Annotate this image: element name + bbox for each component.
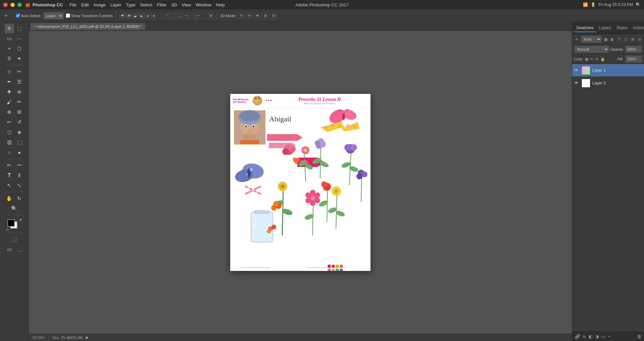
layer-kind-select[interactable]: Kind <box>581 36 602 43</box>
pen-tool-btn[interactable]: ✏ <box>5 161 14 170</box>
maximize-button[interactable] <box>17 3 22 7</box>
align-left-icon[interactable]: ⬕ <box>138 13 144 19</box>
opacity-input[interactable] <box>625 46 642 53</box>
shape-filter-icon[interactable]: ⬡ <box>623 37 629 42</box>
tab-close-icon[interactable]: × <box>34 24 36 28</box>
zoom-tool-btn[interactable]: 🔍 <box>10 204 19 213</box>
3d-scale-icon[interactable]: ⊟ <box>270 13 277 19</box>
fill-input[interactable] <box>625 55 642 63</box>
rotate-view-btn[interactable]: ↻ <box>15 194 24 203</box>
history-brush-btn[interactable]: ↩ <box>5 117 14 127</box>
extra-tools-btn[interactable]: … <box>15 245 24 254</box>
dist-top-icon[interactable]: ⊤ <box>163 13 169 19</box>
tab-actions[interactable]: Actions <box>630 24 644 32</box>
slice-tool-btn[interactable]: ✂ <box>15 67 24 76</box>
minimize-button[interactable] <box>10 3 15 7</box>
path-select-btn[interactable]: ↖ <box>5 181 14 190</box>
menu-window[interactable]: Window <box>196 2 211 7</box>
poly-lasso-btn[interactable]: ⬡ <box>15 44 24 53</box>
menu-view[interactable]: View <box>182 2 191 7</box>
document-tab[interactable]: × robinsampson_P31_L11_art01.pdf @ 33.3%… <box>30 23 145 30</box>
align-top-icon[interactable]: ⬒ <box>119 13 125 19</box>
gradient-tool-btn[interactable]: ▥ <box>5 137 14 147</box>
color-sample-btn[interactable]: ☰ <box>15 77 24 87</box>
pencil-tool-btn[interactable]: ✏ <box>15 97 24 107</box>
show-transform-checkbox[interactable] <box>66 13 70 18</box>
lock-all-icon[interactable]: 🔒 <box>600 57 605 61</box>
eyedropper-btn[interactable]: ✒ <box>5 77 14 87</box>
layer-item-0[interactable]: 👁 Layer 0 <box>572 77 644 90</box>
layer-item-1[interactable]: 👁 Layer 1 <box>572 64 644 77</box>
adjustment-layer-btn[interactable]: ◑ <box>595 334 599 339</box>
3d-roll-icon[interactable]: ⟳ <box>246 13 252 19</box>
dist-hc-icon[interactable]: ⋮ <box>189 13 195 19</box>
dist-bot-icon[interactable]: ⊥ <box>176 13 182 19</box>
3d-slide-icon[interactable]: ⊞ <box>262 13 268 19</box>
artboard-tool-btn[interactable]: ⬚ <box>15 24 24 33</box>
lasso-tool-btn[interactable]: ⌖ <box>5 44 14 53</box>
pixel-filter-icon[interactable]: ▦ <box>603 37 608 42</box>
pattern-stamp-btn[interactable]: ⊞ <box>15 107 24 117</box>
link-layers-btn[interactable]: 🔗 <box>575 334 580 339</box>
layer-0-visibility-icon[interactable]: 👁 <box>574 80 580 86</box>
menu-bar[interactable]: File Edit Image Layer Type Select Filter… <box>69 2 225 7</box>
layer-fx-btn[interactable]: fx <box>583 335 586 339</box>
move-tool-icon[interactable]: ✛ <box>3 12 9 19</box>
default-colors-icon[interactable]: ⊡ <box>6 228 9 231</box>
type-filter-icon[interactable]: T <box>616 37 622 41</box>
menu-file[interactable]: File <box>69 2 77 7</box>
dist-left-icon[interactable]: ⊣ <box>183 13 189 19</box>
delete-layer-btn[interactable]: 🗑 <box>637 334 641 339</box>
tab-swatches[interactable]: Swatches <box>574 24 596 32</box>
heal-brush-btn[interactable]: ✚ <box>5 87 14 97</box>
menu-image[interactable]: Image <box>94 2 106 7</box>
bg-eraser-btn[interactable]: ◈ <box>15 127 24 137</box>
tab-layers[interactable]: Layers <box>596 24 614 32</box>
dist-right-icon[interactable]: ⊢ <box>195 13 201 19</box>
direct-select-btn[interactable]: ⤡ <box>15 181 24 190</box>
lock-position-icon[interactable]: ✏ <box>590 57 593 61</box>
move-tool-btn[interactable]: ✛ <box>5 24 14 33</box>
menu-3d[interactable]: 3D <box>171 2 177 7</box>
magic-wand-btn[interactable]: ✦ <box>15 54 24 63</box>
align-right-icon[interactable]: ⬖ <box>151 13 157 19</box>
dodge-tool-btn[interactable]: ○ <box>5 148 14 157</box>
more-arrange-icon[interactable]: ⊞ <box>208 13 214 19</box>
lock-pixels-icon[interactable]: ▦ <box>585 57 588 61</box>
eraser-btn[interactable]: ◻ <box>5 127 14 137</box>
screen-mode-btn[interactable]: ▭ <box>5 245 14 254</box>
vertical-type-btn[interactable]: Ⅱ <box>15 171 24 180</box>
menu-layer[interactable]: Layer <box>110 2 121 7</box>
menu-select[interactable]: Select <box>140 2 152 7</box>
status-arrow[interactable]: ▶ <box>86 335 89 340</box>
new-layer-btn[interactable]: + <box>608 334 611 339</box>
auto-select-checkbox[interactable] <box>16 13 20 18</box>
foreground-color-well[interactable] <box>7 219 15 227</box>
align-bottom-icon[interactable]: ⬓ <box>132 13 138 19</box>
adjustment-filter-icon[interactable]: ◐ <box>610 37 615 42</box>
art-history-btn[interactable]: ↺ <box>15 117 24 127</box>
close-button[interactable] <box>3 3 8 7</box>
smart-filter-icon[interactable]: ⊞ <box>630 37 635 42</box>
freeform-pen-btn[interactable]: 〜 <box>15 161 24 170</box>
blend-mode-select[interactable]: Normal <box>574 46 609 53</box>
align-hcenter-icon[interactable]: ⬙ <box>145 13 151 19</box>
search-icon[interactable]: 🔍 <box>636 2 641 7</box>
3d-pan-icon[interactable]: ✥ <box>254 13 260 19</box>
quick-select-btn[interactable]: ⚲ <box>5 54 14 63</box>
patch-tool-btn[interactable]: ⊕ <box>15 87 24 97</box>
menu-filter[interactable]: Filter <box>157 2 167 7</box>
burn-tool-btn[interactable]: ● <box>15 148 24 157</box>
type-tool-btn[interactable]: T <box>5 171 14 180</box>
layer-1-visibility-icon[interactable]: 👁 <box>574 68 580 73</box>
swap-colors-icon[interactable]: ⇄ <box>19 218 22 221</box>
canvas-viewport[interactable]: PomPlanner DIY Stickers ♥ ♥ <box>29 31 572 334</box>
filter-toggle[interactable]: ⊙ <box>637 37 642 42</box>
brush-tool-btn[interactable]: 🖌 <box>5 97 14 107</box>
tab-styles[interactable]: Styles <box>614 24 630 32</box>
dist-vc-icon[interactable]: ‥ <box>170 13 176 19</box>
hand-tool-btn[interactable]: ✋ <box>5 194 14 203</box>
menu-type[interactable]: Type <box>126 2 135 7</box>
marquee-tool-btn[interactable]: ▭ <box>5 34 14 43</box>
clone-stamp-btn[interactable]: ⊕ <box>5 107 14 117</box>
